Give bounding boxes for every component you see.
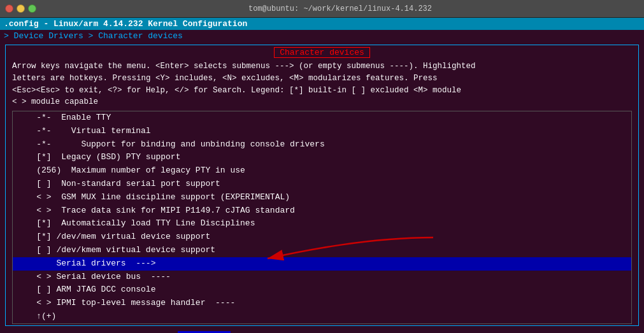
menu-item-6[interactable]: < > GSM MUX line discipline support (EXP…	[13, 191, 631, 204]
help-line1: Arrow keys navigate the menu. <Enter> se…	[12, 60, 632, 73]
bottom-bar: <Select> < Exit > < Help > < Save > < Lo…	[0, 329, 644, 333]
help-text: Arrow keys navigate the menu. <Enter> se…	[6, 59, 638, 110]
menu-item-1[interactable]: -*- Virtual terminal	[13, 125, 631, 138]
titlebar-buttons	[5, 4, 36, 13]
menu-item-10[interactable]: [ ] /dev/kmem virtual device support	[13, 244, 631, 257]
minimize-button[interactable]	[17, 4, 25, 13]
menu-item-2[interactable]: -*- Support for binding and unbinding co…	[13, 138, 631, 152]
breadcrumb: > Device Drivers > Character devices	[0, 30, 644, 42]
titlebar: tom@ubuntu: ~/work/kernel/linux-4.14.232	[0, 0, 644, 18]
help-line2: letters are hotkeys. Pressing <Y> includ…	[12, 73, 632, 85]
menu-item-12[interactable]: < > Serial device bus ----	[13, 271, 631, 284]
titlebar-title: tom@ubuntu: ~/work/kernel/linux-4.14.232	[41, 4, 639, 13]
kconfig-area: Character devices Arrow keys navigate th…	[0, 42, 644, 329]
kconfig-box: Character devices Arrow keys navigate th…	[5, 45, 639, 326]
menu-item-7[interactable]: < > Trace data sink for MIPI P1149.7 cJT…	[13, 204, 631, 218]
menu-area: -*- Enable TTY -*- Virtual terminal -*- …	[12, 111, 632, 324]
close-button[interactable]	[5, 4, 13, 13]
help-line4: < > module capable	[12, 96, 632, 108]
menu-list: -*- Enable TTY -*- Virtual terminal -*- …	[13, 111, 631, 323]
help-line3: <Esc><Esc> to exit, <?> for Help, </> fo…	[12, 85, 632, 97]
terminal: .config - Linux/arm 4.14.232 Kernel Conf…	[0, 18, 644, 333]
menu-item-13[interactable]: [ ] ARM JTAG DCC console	[13, 283, 631, 297]
menu-item-5[interactable]: [ ] Non-standard serial port support	[13, 178, 631, 191]
menu-item-14[interactable]: < > IPMI top-level message handler ----	[13, 297, 631, 310]
maximize-button[interactable]	[28, 4, 36, 13]
menu-item-15[interactable]: ↑(+)	[13, 310, 631, 323]
menu-item-8[interactable]: [*] Automatically load TTY Line Discipli…	[13, 217, 631, 230]
kconfig-title-bar: Character devices	[6, 45, 638, 59]
menu-item-3[interactable]: [*] Legacy (BSD) PTY support	[13, 151, 631, 164]
config-line: .config - Linux/arm 4.14.232 Kernel Conf…	[0, 18, 644, 30]
menu-item-9[interactable]: [*] /dev/mem virtual device support	[13, 230, 631, 244]
menu-item-4[interactable]: (256) Maximum number of legacy PTY in us…	[13, 164, 631, 178]
menu-item-0[interactable]: -*- Enable TTY	[13, 111, 631, 125]
kconfig-title: Character devices	[274, 47, 370, 58]
menu-item-11[interactable]: Serial drivers --->	[13, 257, 631, 271]
window: tom@ubuntu: ~/work/kernel/linux-4.14.232…	[0, 0, 644, 333]
